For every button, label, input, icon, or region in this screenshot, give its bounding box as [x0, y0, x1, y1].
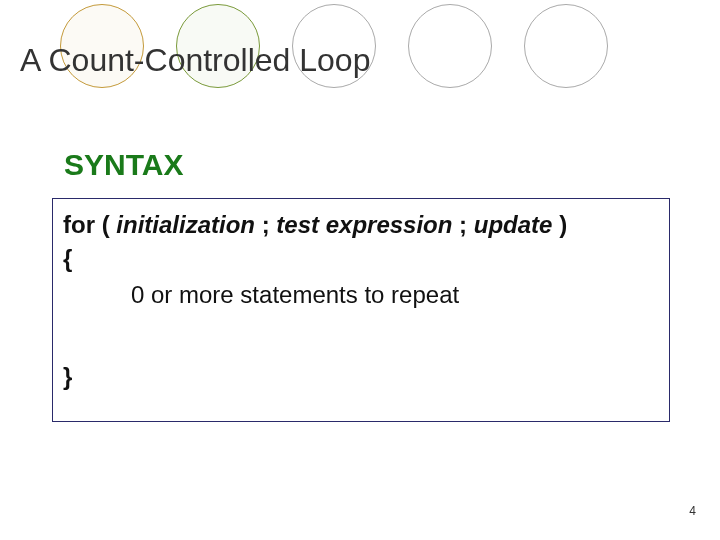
brace-close: } [63, 363, 659, 391]
brace-open: { [63, 245, 659, 273]
slide-title: A Count-Controlled Loop [20, 42, 370, 79]
syntax-heading: SYNTAX [64, 148, 183, 182]
semicolon: ; [262, 211, 270, 238]
update: update [474, 211, 553, 238]
syntax-code-box: for ( initialization ; test expression ;… [52, 198, 670, 422]
keyword-for: for [63, 211, 95, 238]
paren-close: ) [559, 211, 567, 238]
paren-open: ( [102, 211, 110, 238]
initialization: initialization [116, 211, 255, 238]
circle-icon [408, 4, 492, 88]
loop-body: 0 or more statements to repeat [131, 281, 659, 309]
test-expression: test expression [276, 211, 452, 238]
page-number: 4 [689, 504, 696, 518]
semicolon: ; [459, 211, 467, 238]
for-header-line: for ( initialization ; test expression ;… [63, 211, 659, 239]
circle-icon [524, 4, 608, 88]
